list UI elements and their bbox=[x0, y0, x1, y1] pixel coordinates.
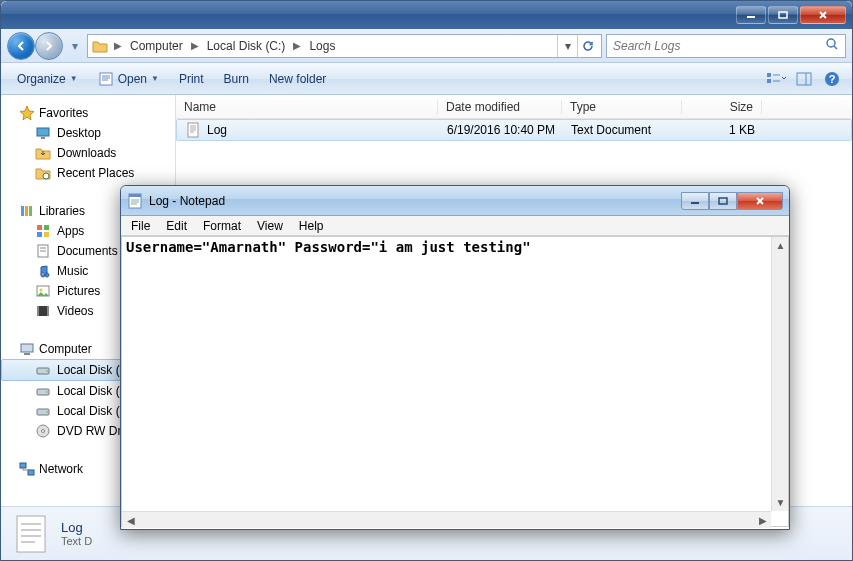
scroll-left-icon[interactable]: ◀ bbox=[122, 512, 139, 529]
column-type[interactable]: Type bbox=[562, 100, 682, 114]
explorer-titlebar[interactable] bbox=[1, 1, 852, 29]
recent-icon bbox=[35, 165, 51, 181]
print-button[interactable]: Print bbox=[171, 68, 212, 90]
folder-icon bbox=[92, 39, 108, 53]
nav-recent-places[interactable]: Recent Places bbox=[1, 163, 175, 183]
back-button[interactable] bbox=[7, 32, 35, 60]
svg-point-18 bbox=[43, 173, 49, 179]
star-icon bbox=[19, 105, 35, 121]
svg-rect-19 bbox=[21, 206, 24, 216]
notepad-icon bbox=[127, 193, 143, 209]
downloads-icon bbox=[35, 145, 51, 161]
scroll-up-icon[interactable]: ▲ bbox=[772, 237, 789, 254]
file-type: Text Document bbox=[563, 123, 683, 137]
favorites-group[interactable]: Favorites bbox=[1, 103, 175, 123]
organize-menu[interactable]: Organize ▼ bbox=[9, 68, 86, 90]
column-date[interactable]: Date modified bbox=[438, 100, 562, 114]
nav-downloads[interactable]: Downloads bbox=[1, 143, 175, 163]
open-menu[interactable]: Open ▼ bbox=[90, 68, 167, 90]
pictures-icon bbox=[35, 283, 51, 299]
file-date: 6/19/2016 10:40 PM bbox=[439, 123, 563, 137]
search-icon bbox=[825, 37, 839, 54]
drive-icon bbox=[35, 403, 51, 419]
burn-button[interactable]: Burn bbox=[216, 68, 257, 90]
notepad-close-button[interactable] bbox=[737, 192, 783, 210]
svg-point-30 bbox=[40, 289, 43, 292]
breadcrumb-local-disk-c[interactable]: Local Disk (C:) bbox=[205, 39, 288, 53]
column-name[interactable]: Name bbox=[176, 100, 438, 114]
network-icon bbox=[19, 461, 35, 477]
search-box[interactable] bbox=[606, 34, 846, 58]
details-file-name: Log bbox=[61, 520, 92, 535]
apps-icon bbox=[35, 223, 51, 239]
help-button[interactable]: ? bbox=[820, 67, 844, 91]
desktop-icon bbox=[35, 125, 51, 141]
view-options[interactable] bbox=[764, 67, 788, 91]
svg-point-39 bbox=[46, 391, 48, 393]
breadcrumb-logs[interactable]: Logs bbox=[307, 39, 337, 53]
menu-file[interactable]: File bbox=[123, 217, 158, 235]
address-bar[interactable]: ▶ Computer ▶ Local Disk (C:) ▶ Logs ▾ bbox=[87, 34, 602, 58]
svg-point-2 bbox=[827, 39, 835, 47]
svg-rect-23 bbox=[44, 225, 49, 230]
svg-rect-22 bbox=[37, 225, 42, 230]
notepad-titlebar[interactable]: Log - Notepad bbox=[121, 186, 789, 216]
search-input[interactable] bbox=[613, 39, 839, 53]
scroll-down-icon[interactable]: ▼ bbox=[772, 494, 789, 511]
scroll-right-icon[interactable]: ▶ bbox=[754, 512, 771, 529]
breadcrumb-computer[interactable]: Computer bbox=[128, 39, 185, 53]
svg-point-43 bbox=[42, 430, 45, 433]
svg-rect-57 bbox=[129, 194, 141, 197]
file-size: 1 KB bbox=[683, 123, 763, 137]
notepad-window: Log - Notepad File Edit Format View Help… bbox=[120, 185, 790, 530]
file-row[interactable]: Log 6/19/2016 10:40 PM Text Document 1 K… bbox=[176, 119, 852, 141]
forward-button[interactable] bbox=[35, 32, 63, 60]
svg-rect-62 bbox=[719, 198, 727, 204]
music-icon bbox=[35, 263, 51, 279]
svg-rect-35 bbox=[24, 353, 30, 355]
svg-rect-9 bbox=[767, 79, 771, 83]
maximize-button[interactable] bbox=[768, 6, 798, 24]
new-folder-button[interactable]: New folder bbox=[261, 68, 334, 90]
svg-rect-45 bbox=[28, 470, 34, 475]
notepad-minimize-button[interactable] bbox=[681, 192, 709, 210]
minimize-button[interactable] bbox=[736, 6, 766, 24]
column-headers: Name Date modified Type Size bbox=[176, 95, 852, 119]
preview-pane-toggle[interactable] bbox=[792, 67, 816, 91]
refresh-button[interactable] bbox=[577, 35, 597, 57]
vertical-scrollbar[interactable]: ▲ ▼ bbox=[771, 237, 788, 511]
notepad-title: Log - Notepad bbox=[149, 194, 675, 208]
svg-rect-20 bbox=[25, 206, 28, 216]
chevron-right-icon[interactable]: ▶ bbox=[187, 40, 203, 51]
chevron-right-icon[interactable]: ▶ bbox=[110, 40, 126, 51]
navigation-row: ▾ ▶ Computer ▶ Local Disk (C:) ▶ Logs ▾ bbox=[1, 29, 852, 63]
notepad-menubar: File Edit Format View Help bbox=[121, 216, 789, 236]
horizontal-scrollbar[interactable]: ◀ ▶ bbox=[122, 511, 771, 528]
history-dropdown[interactable]: ▾ bbox=[67, 32, 83, 60]
chevron-right-icon[interactable]: ▶ bbox=[289, 40, 305, 51]
computer-icon bbox=[19, 341, 35, 357]
menu-view[interactable]: View bbox=[249, 217, 291, 235]
svg-rect-16 bbox=[37, 128, 49, 136]
svg-point-37 bbox=[46, 370, 48, 372]
text-file-icon bbox=[11, 512, 51, 556]
details-file-type: Text D bbox=[61, 535, 92, 547]
menu-help[interactable]: Help bbox=[291, 217, 332, 235]
svg-rect-17 bbox=[41, 137, 45, 139]
menu-format[interactable]: Format bbox=[195, 217, 249, 235]
close-button[interactable] bbox=[800, 6, 846, 24]
videos-icon bbox=[35, 303, 51, 319]
nav-desktop[interactable]: Desktop bbox=[1, 123, 175, 143]
svg-rect-51 bbox=[17, 516, 45, 552]
svg-rect-1 bbox=[779, 12, 787, 18]
svg-rect-32 bbox=[37, 306, 39, 316]
notepad-maximize-button[interactable] bbox=[709, 192, 737, 210]
menu-edit[interactable]: Edit bbox=[158, 217, 195, 235]
file-name: Log bbox=[207, 123, 227, 137]
svg-rect-25 bbox=[44, 232, 49, 237]
address-dropdown[interactable]: ▾ bbox=[557, 35, 577, 57]
notepad-text-area[interactable]: Username="Amarnath" Password="i am just … bbox=[121, 236, 789, 527]
svg-rect-4 bbox=[100, 73, 112, 85]
column-size[interactable]: Size bbox=[682, 100, 762, 114]
documents-icon bbox=[35, 243, 51, 259]
